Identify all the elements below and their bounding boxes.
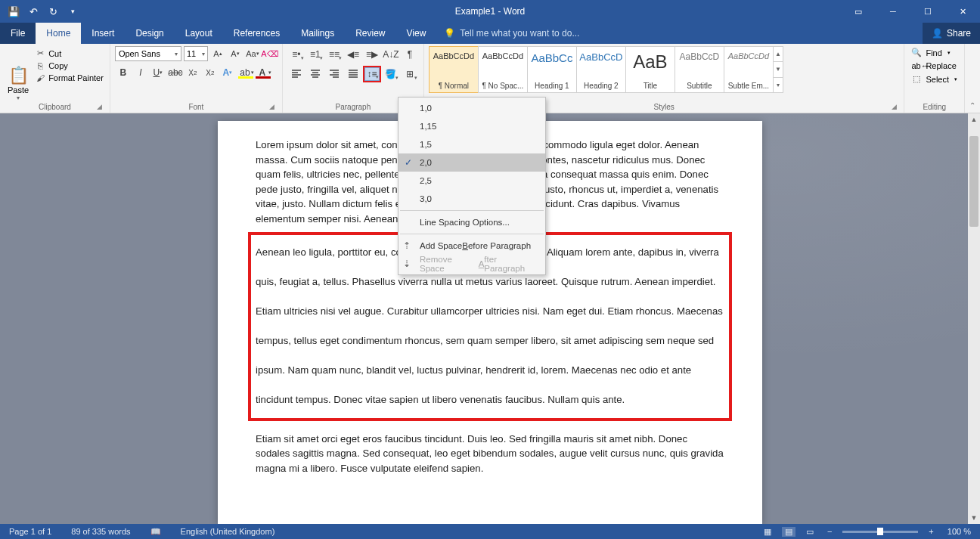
format-painter-button[interactable]: 🖌Format Painter [33,73,105,83]
subscript-button[interactable]: X2 [185,64,201,81]
align-left-button[interactable] [287,66,305,82]
zoom-out-button[interactable]: − [824,527,835,536]
ribbon-options-icon[interactable]: ▭ [841,0,876,23]
style-item-5[interactable]: AaBbCcDSubtitle [675,46,724,93]
zoom-in-button[interactable]: + [926,527,936,536]
style-label: ¶ No Spac... [482,82,523,90]
bold-button[interactable]: B [115,64,132,81]
status-proofing-icon[interactable]: 📖 [147,527,164,537]
undo-icon[interactable]: ↶ [24,2,42,20]
grow-font-button[interactable]: A▴ [210,46,225,61]
tab-file[interactable]: File [0,23,36,44]
style-preview: AaBbCcDd [482,51,523,60]
select-button[interactable]: ⬚Select▾ [909,73,960,85]
qat-customize-icon[interactable]: ▾ [64,2,82,20]
spacing-option-1-5[interactable]: 1,5 [399,135,545,153]
menu-separator [400,210,544,211]
style-item-1[interactable]: AaBbCcDd¶ No Spac... [478,46,528,93]
line-spacing-options-item[interactable]: Line Spacing Options... [399,213,545,231]
find-button[interactable]: 🔍Find▾ [909,46,960,59]
spacing-option-1-15[interactable]: 1,15 [399,117,545,135]
line-spacing-button[interactable]: ↕≡▾ [363,66,381,82]
increase-indent-button[interactable]: ≡▶ [363,46,381,63]
copy-button[interactable]: ⎘Copy [33,60,105,71]
statusbar: Page 1 of 1 89 of 335 words 📖 English (U… [0,524,980,539]
add-space-before-item[interactable]: ⇡Add Space Before Paragraph [399,237,545,255]
tell-me-search[interactable]: 💡 Tell me what you want to do... [436,23,923,44]
italic-button[interactable]: I [132,64,149,81]
style-item-0[interactable]: AaBbCcDd¶ Normal [429,46,479,93]
style-item-6[interactable]: AaBbCcDdSubtle Em... [724,46,774,93]
paragraph-3[interactable]: Etiam sit amet orci eget eros faucibus t… [256,432,724,476]
zoom-slider[interactable] [842,531,918,533]
spacing-option-2-5[interactable]: 2,5 [399,172,545,190]
decrease-indent-button[interactable]: ◀≡ [344,46,362,63]
font-color-button[interactable]: A▾ [254,64,271,81]
text-effects-button[interactable]: A▾ [219,64,236,81]
style-item-4[interactable]: AaBTitle [625,46,675,93]
zoom-slider-thumb[interactable] [877,528,883,535]
show-marks-button[interactable]: ¶ [401,46,419,63]
print-layout-icon[interactable]: ▤ [782,527,795,537]
spacing-option-3-0[interactable]: 3,0 [399,190,545,208]
redo-icon[interactable]: ↻ [44,2,62,20]
font-size-combo[interactable]: 11▾ [184,46,208,61]
tab-review[interactable]: Review [345,23,395,44]
justify-button[interactable] [344,66,362,82]
tab-references[interactable]: References [223,23,290,44]
tab-home[interactable]: Home [36,23,81,44]
remove-space-after-item[interactable]: ⇣Remove Space After Paragraph [399,255,545,273]
vertical-scrollbar[interactable]: ▲ ▼ [968,113,980,524]
dialog-launcher-icon[interactable]: ◢ [890,103,898,110]
bullets-button[interactable]: ≡•▾ [287,46,305,63]
web-layout-icon[interactable]: ▭ [803,527,817,537]
style-item-2[interactable]: AaBbCcHeading 1 [527,46,577,93]
font-name-combo[interactable]: Open Sans▾ [115,46,181,61]
tab-mailings[interactable]: Mailings [290,23,345,44]
scroll-up-icon[interactable]: ▲ [968,113,980,125]
highlight-button[interactable]: ab▾ [237,64,253,81]
style-label: Subtitle [687,82,712,90]
shading-button[interactable]: 🪣▾ [382,66,400,82]
spacing-option-1-0[interactable]: 1,0 [399,99,545,117]
tab-design[interactable]: Design [125,23,174,44]
align-center-button[interactable] [306,66,324,82]
zoom-level[interactable]: 100 % [944,527,974,536]
shrink-font-button[interactable]: A▾ [228,46,243,61]
change-case-button[interactable]: Aa▾ [245,46,260,61]
maximize-icon[interactable]: ☐ [910,0,945,23]
paste-button[interactable]: 📋 Paste ▾ [5,46,32,101]
minimize-icon[interactable]: ─ [876,0,910,23]
status-word-count[interactable]: 89 of 335 words [68,527,133,536]
save-icon[interactable]: 💾 [5,2,23,20]
status-language[interactable]: English (United Kingdom) [178,527,278,536]
tab-insert[interactable]: Insert [81,23,125,44]
underline-button[interactable]: U▾ [150,64,166,81]
cut-button[interactable]: ✂Cut [33,48,105,59]
styles-more-icon[interactable]: ▾ [774,78,783,92]
styles-up-icon[interactable]: ▲ [774,47,783,62]
spacing-option-2-0[interactable]: 2,0 [399,153,545,172]
style-item-3[interactable]: AaBbCcDHeading 2 [576,46,626,93]
scrollbar-thumb[interactable] [969,136,978,227]
share-button[interactable]: 👤 Share [923,23,980,44]
align-right-button[interactable] [325,66,343,82]
styles-down-icon[interactable]: ▼ [774,62,783,77]
clear-formatting-button[interactable]: A⌫ [262,46,278,61]
dialog-launcher-icon[interactable]: ◢ [268,103,276,110]
strikethrough-button[interactable]: abc [167,64,184,81]
scroll-down-icon[interactable]: ▼ [968,512,980,524]
tab-layout[interactable]: Layout [175,23,223,44]
numbering-button[interactable]: ≡1▾ [306,46,324,63]
close-icon[interactable]: ✕ [945,0,980,23]
borders-button[interactable]: ⊞▾ [401,66,419,82]
dialog-launcher-icon[interactable]: ◢ [96,103,104,110]
tab-view[interactable]: View [396,23,437,44]
sort-button[interactable]: A↓Z [382,46,400,63]
status-page[interactable]: Page 1 of 1 [6,527,54,536]
multilevel-list-button[interactable]: ≡≡▾ [325,46,343,63]
collapse-ribbon-button[interactable]: ⌃ [965,44,980,113]
superscript-button[interactable]: X2 [202,64,219,81]
read-mode-icon[interactable]: ▦ [761,527,774,537]
replace-button[interactable]: ab↔Replace [909,60,960,72]
